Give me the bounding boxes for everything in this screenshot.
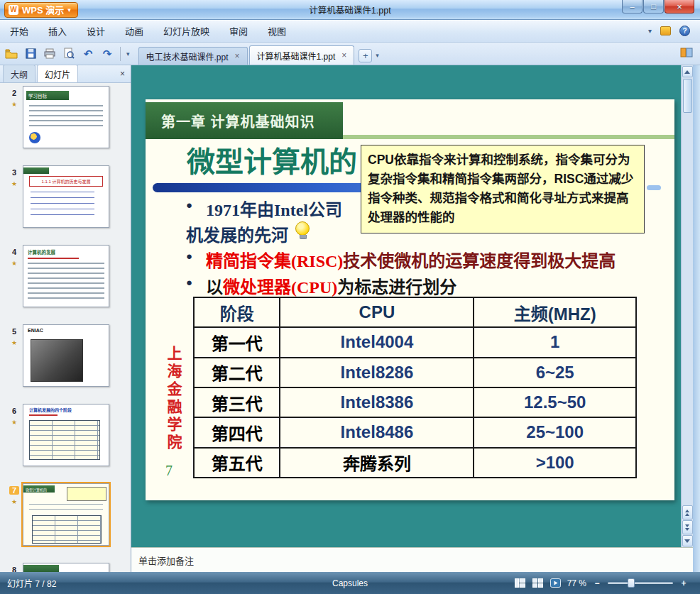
table-cell[interactable]: 奔腾系列 (280, 448, 474, 478)
scroll-up-button[interactable] (682, 66, 693, 77)
table-cell[interactable]: Intel8386 (280, 387, 474, 417)
bullet-icon: ● (186, 273, 206, 289)
table-cell[interactable]: 12.5~50 (474, 387, 636, 417)
thumbnail-preview[interactable]: 计算机的发展 (23, 245, 109, 307)
chevron-down-icon: ▾ (67, 6, 71, 13)
tab-slides[interactable]: 幻灯片 (37, 65, 78, 82)
undo-button[interactable]: ↶ (80, 45, 97, 62)
tab-list-icon[interactable]: ▾ (376, 52, 379, 59)
table-cell[interactable]: Intel8286 (280, 358, 474, 387)
slide-thumbnail-8[interactable]: 8 ★ (6, 563, 131, 572)
table-cell[interactable]: 第二代 (194, 358, 280, 387)
thumbnail-preview[interactable]: ENIAC (23, 324, 109, 387)
table-cell[interactable]: 25~100 (474, 417, 636, 447)
document-tab-strip: 电工技术基础课件.ppt × 计算机基础课件1.ppt × + ▾ (138, 43, 379, 65)
slide-number: 2 (9, 89, 19, 97)
toolbar-more-icon[interactable]: ▾ (125, 50, 131, 57)
table-cell[interactable]: 第三代 (194, 387, 280, 417)
menu-item-design[interactable]: 设计 (77, 19, 115, 43)
thumbnail-preview[interactable]: 1.1.1 计算机的历史与发展 (23, 165, 109, 228)
collapse-ribbon-icon[interactable]: ▾ (648, 27, 652, 35)
theme-name: Capsules (332, 578, 368, 588)
normal-view-button[interactable] (514, 578, 526, 588)
zoom-out-button[interactable]: − (592, 578, 602, 588)
table-header-cell[interactable]: CPU (280, 297, 474, 327)
slide-sorter-button[interactable] (532, 578, 544, 588)
bullet-1[interactable]: ● 1971年由Intel公司 (186, 196, 342, 221)
slide-thumbnail-5[interactable]: 5 ★ ENIAC (6, 324, 131, 387)
zoom-in-button[interactable]: + (679, 578, 689, 588)
bullet-2[interactable]: ● 精简指令集(RISC)技术使微机的运算速度得到极大提高 (186, 247, 616, 272)
thumbnail-preview[interactable]: 学习目标 (23, 86, 109, 148)
print-preview-button[interactable] (60, 45, 77, 62)
slide-thumbnail-4[interactable]: 4 ★ 计算机的发展 (6, 245, 131, 307)
zoom-slider[interactable] (608, 582, 673, 584)
table-header-cell[interactable]: 阶段 (194, 297, 280, 327)
callout-note[interactable]: CPU依靠指令来计算和控制系统，指令集可分为复杂指令集和精简指令集两部分，RIS… (361, 145, 645, 233)
table-cell[interactable]: 第五代 (194, 448, 280, 478)
close-icon[interactable]: × (235, 51, 240, 61)
open-file-button[interactable] (3, 45, 20, 62)
thumbnail-preview[interactable]: 计算机发展的四个阶段 (23, 404, 109, 466)
help-icon[interactable]: ? (679, 26, 690, 36)
menu-item-review[interactable]: 审阅 (219, 19, 258, 43)
scroll-down-button[interactable] (682, 535, 693, 546)
table-cell[interactable]: 1 (474, 327, 636, 357)
tab-outline[interactable]: 大纲 (3, 65, 35, 82)
print-button[interactable] (41, 45, 58, 62)
slide-canvas[interactable]: 第一章 计算机基础知识 微型计算机的 CPU依靠指令来计算和控制系统，指令集可分… (131, 65, 681, 547)
slide-number: 7 (9, 486, 19, 495)
vertical-scrollbar[interactable] (681, 65, 693, 547)
close-button[interactable]: × (665, 0, 694, 13)
slide-title[interactable]: 微型计算机的 (187, 139, 357, 180)
menu-item-insert[interactable]: 插入 (38, 19, 77, 43)
document-tab-1[interactable]: 电工技术基础课件.ppt × (138, 47, 248, 65)
theme-icon[interactable] (660, 26, 671, 35)
slide-thumbnail-3[interactable]: 3 ★ 1.1.1 计算机的历史与发展 (6, 165, 131, 228)
table-cell[interactable]: >100 (474, 448, 636, 478)
bullet-1-continued[interactable]: 机发展的先河 (186, 221, 311, 246)
play-slideshow-button[interactable] (549, 578, 562, 588)
notes-pane[interactable]: 单击添加备注 (131, 547, 693, 572)
close-icon[interactable]: × (120, 69, 125, 79)
mini-callout-box (67, 487, 106, 501)
table-cell[interactable]: 第四代 (194, 417, 280, 447)
cpu-generations-table[interactable]: 阶段 CPU 主频(MHZ) 第一代 Intel4004 1 第二代 Intel… (193, 297, 637, 478)
chapter-header[interactable]: 第一章 计算机基础知识 (146, 102, 343, 139)
new-tab-button[interactable]: + (359, 49, 372, 62)
previous-slide-button[interactable] (682, 505, 693, 519)
table-cell[interactable]: Intel8486 (280, 417, 474, 447)
menu-item-view[interactable]: 视图 (258, 19, 296, 43)
menu-item-home[interactable]: 开始 (0, 19, 38, 43)
save-button[interactable] (22, 45, 39, 62)
close-icon[interactable]: × (341, 50, 346, 60)
minimize-button[interactable]: – (622, 0, 642, 13)
table-cell[interactable]: Intel4004 (280, 327, 474, 357)
printer-icon (43, 48, 56, 60)
slide-thumbnail-7-selected[interactable]: 7 ★ 微型计算机的 (6, 483, 131, 546)
thumbnail-preview[interactable]: 微型计算机的 (23, 483, 109, 546)
callout-keyword: 复杂指令集 (368, 172, 430, 186)
animation-star-icon: ★ (6, 419, 23, 426)
document-tab-2-active[interactable]: 计算机基础课件1.ppt × (249, 45, 355, 65)
menu-item-animation[interactable]: 动画 (115, 19, 153, 43)
scrollbar-thumb[interactable] (683, 79, 692, 113)
maximize-button[interactable]: □ (643, 0, 664, 13)
wps-app-button[interactable]: W WPS 演示 ▾ (4, 2, 78, 18)
school-name-vertical[interactable]: 上海金融学院 (163, 346, 184, 452)
zoom-slider-handle[interactable] (628, 578, 635, 588)
slide-thumbnail-6[interactable]: 6 ★ 计算机发展的四个阶段 (6, 404, 131, 466)
table-header-cell[interactable]: 主频(MHZ) (474, 297, 636, 327)
table-cell[interactable]: 6~25 (474, 358, 636, 387)
bullet-3[interactable]: ● 以微处理器(CPU)为标志进行划分 (186, 273, 456, 298)
thumbnail-preview[interactable] (23, 563, 109, 572)
menu-item-slideshow[interactable]: 幻灯片放映 (153, 19, 219, 43)
current-slide[interactable]: 第一章 计算机基础知识 微型计算机的 CPU依靠指令来计算和控制系统，指令集可分… (146, 99, 674, 500)
slide-thumbnail-2[interactable]: 2 ★ 学习目标 (6, 86, 131, 148)
panel-layout-icon (680, 47, 693, 58)
next-slide-button[interactable] (682, 520, 693, 534)
redo-button[interactable]: ↷ (99, 45, 116, 62)
table-cell[interactable]: 第一代 (194, 327, 280, 357)
status-bar: 幻灯片 7 / 82 Capsules 77 % − + (0, 572, 700, 594)
task-pane-button[interactable] (680, 47, 693, 61)
